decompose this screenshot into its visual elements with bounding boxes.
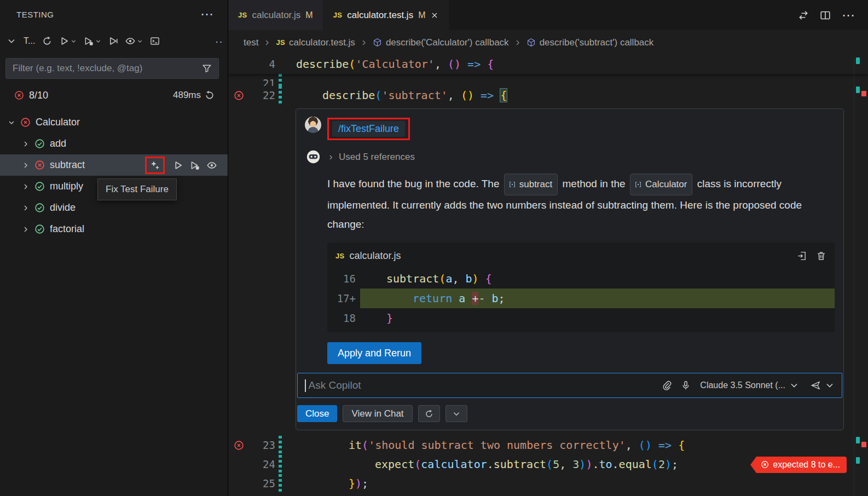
symbol-chip[interactable]: Calculator [630,174,693,195]
close-button[interactable]: Close [297,405,337,422]
twisty-right-icon[interactable] [22,226,30,233]
user-avatar [305,117,321,133]
slash-command-chip[interactable]: /fixTestFailure [332,121,405,137]
twisty-right-icon[interactable] [22,162,30,169]
test-fail-glyph-icon[interactable] [228,436,249,455]
breadcrumb-item[interactable]: describe('subtract') callback [526,37,654,48]
test-filter-input[interactable]: Filter (e.g. text, !exclude, @tag) [5,58,219,79]
proposed-change-card: JS calculator.js 16subtract(a, b) {17+re… [327,243,835,332]
tree-item-label: subtract [50,159,85,171]
run-all-tests-button[interactable] [59,36,77,46]
vscode-window: TESTING ⋯ T... ·· Filter (e.g. t [0,0,868,496]
code-text: } [360,308,835,328]
code-card-header: JS calculator.js [327,243,835,269]
apply-and-rerun-button[interactable]: Apply and Rerun [327,342,421,364]
tab-label: calculator.js [252,10,301,21]
tab-label: calculator.test.js [347,10,413,21]
close-icon[interactable] [430,11,439,20]
breadcrumb-item[interactable]: describe('Calculator') callback [373,37,509,48]
collapse-section-chevron-icon[interactable] [7,36,16,46]
line-number: 17+ [327,289,358,308]
editor-group: JScalculator.jsMJScalculator.test.jsM ⋯ … [228,0,868,496]
view-in-chat-button[interactable]: View in Chat [343,405,412,422]
twisty-down-icon[interactable] [8,119,15,126]
more-actions-dropdown-button[interactable] [445,405,467,422]
debug-test-icon[interactable] [190,160,200,170]
filter-icon[interactable] [202,64,212,73]
tree-item-factorial[interactable]: factorial [0,218,228,240]
badge-notch [750,457,756,473]
line-number: 25 [249,474,275,493]
chevron-down-icon [452,410,461,418]
code-editor[interactable]: 4describe('Calculator', () => {2122descr… [228,55,868,496]
peek-output-icon[interactable] [207,160,217,170]
code-line-25[interactable]: 25}); [228,474,868,493]
code-line-22[interactable]: 22describe('subtract', () => { [228,86,868,105]
discard-icon[interactable] [816,251,826,261]
code-line-23[interactable]: 23it('should subtract two numbers correc… [228,436,868,455]
fix-test-failure-sparkle-icon[interactable] [150,160,160,170]
chevron-down-icon [95,38,101,44]
input-placeholder: Ask Copilot [309,379,361,391]
breadcrumb-label: describe('Calculator') callback [386,37,509,48]
breadcrumb-item[interactable]: test [244,37,258,48]
code-line-24[interactable]: 24expect(calculator.subtract(5, 3)).to.e… [228,455,868,474]
breadcrumb-item[interactable]: JScalculator.test.js [276,37,355,48]
code-line-4[interactable]: 4describe('Calculator', () => { [228,55,868,74]
scrollbar[interactable] [854,55,868,496]
tree-item-subtract[interactable]: subtract [0,154,228,176]
tree-item-add[interactable]: add [0,133,228,154]
js-file-icon: JS [238,11,247,19]
sidebar-title: TESTING [16,10,54,19]
symbol-chip[interactable]: subtract [504,174,558,195]
chevron-down-icon[interactable] [825,380,835,390]
glyph-spacer [228,455,249,474]
twisty-right-icon[interactable] [22,204,30,212]
tab-calculator.js[interactable]: JScalculator.jsM [228,0,323,30]
test-fail-glyph-icon[interactable] [228,86,249,105]
attach-context-icon[interactable] [662,380,672,390]
toolbar-overflow-icon[interactable]: ·· [215,35,223,48]
eye-icon [125,36,135,46]
line-number: 23 [249,436,275,455]
sidebar-more-actions-icon[interactable]: ⋯ [200,11,213,17]
watch-tests-button[interactable] [125,36,143,46]
more-editor-actions-icon[interactable]: ⋯ [842,13,855,18]
code-text: expect(calculator.subtract(5, 3)).to.equ… [282,455,678,474]
refresh-tests-icon[interactable] [42,36,52,46]
twisty-right-icon[interactable] [22,183,30,191]
split-editor-icon[interactable] [820,10,831,21]
code-text [282,74,296,86]
breadcrumb-separator-icon [263,39,271,47]
rerun-request-button[interactable] [418,405,440,422]
debug-all-tests-button[interactable] [84,36,101,46]
mic-icon[interactable] [681,380,691,390]
insert-at-cursor-icon[interactable] [797,251,807,261]
test-passed-icon [34,139,45,149]
tab-calculator.test.js[interactable]: JScalculator.test.jsM [323,0,450,30]
modified-badge: M [305,10,313,20]
tabs: JScalculator.jsMJScalculator.test.jsM [228,0,449,30]
annotation-box-sparkle [145,157,165,174]
test-failed-icon [34,160,45,170]
section-label[interactable]: T... [24,36,35,46]
js-file-icon: JS [335,252,345,260]
breadcrumb-label: describe('subtract') callback [540,37,654,48]
run-with-coverage-icon[interactable] [108,36,118,46]
code-line-21[interactable]: 21 [228,74,868,86]
send-icon[interactable] [811,380,820,390]
tree-item-Calculator[interactable]: Calculator [0,112,228,133]
diff-line-16: 16subtract(a, b) { [327,269,835,289]
model-picker[interactable]: Claude 3.5 Sonnet (... [700,380,799,390]
chat-input[interactable]: Ask Copilot Claude 3.5 Sonnet (... [297,373,842,398]
text-caret [305,379,306,392]
twisty-right-icon[interactable] [22,140,30,148]
editor-bottom-lines: 23it('should subtract two numbers correc… [228,436,868,493]
references-toggle[interactable]: Used 5 references [327,149,835,165]
test-passed-icon [34,203,45,213]
open-changes-icon[interactable] [798,10,809,21]
test-results-status: 8/10 489ms [0,83,228,107]
open-test-output-icon[interactable] [150,36,160,46]
run-test-icon[interactable] [173,160,183,170]
rerun-last-icon[interactable] [205,90,215,100]
